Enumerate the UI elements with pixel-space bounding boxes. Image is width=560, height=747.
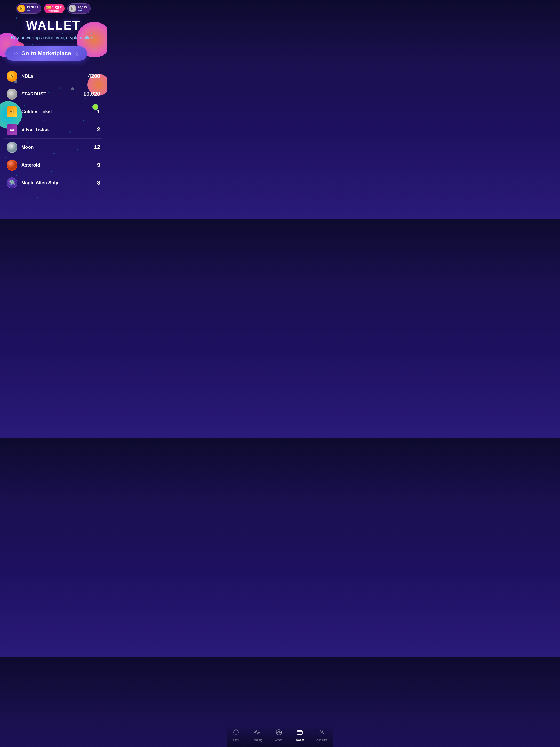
wallet-item-moon: Moon12	[4, 138, 102, 156]
ticket-icon-2: 🎟	[55, 5, 59, 10]
nbl-token-badge[interactable]: N 12.3239 NBL	[16, 3, 41, 14]
wallet-item-alien-ship: 🛸Magic Alien Ship8	[4, 174, 102, 192]
wallet-item-nbl: NNBLs4200	[4, 68, 102, 85]
tickets-label: TICKETS	[48, 10, 59, 12]
ticket-count: 🎫 1 🎟 2	[46, 5, 61, 10]
golden-ticket-value: 1	[97, 108, 100, 115]
moon-value: 12	[94, 144, 100, 150]
svg-point-7	[7, 143, 17, 152]
nbt-icon: N	[69, 5, 76, 12]
silver-ticket-value: 2	[97, 126, 100, 133]
alien-ship-value: 8	[97, 180, 100, 186]
nbt-info: 20,129 NBT	[78, 6, 88, 11]
page-subtitle: Buy power-ups using your crypto wallets.	[0, 34, 107, 42]
wallet-item-stardust: STARDUST10.020	[4, 85, 102, 103]
wallet-item-silver-ticket: 🎟Silver Ticket2	[4, 121, 102, 138]
ticket-value-1: 1	[52, 5, 54, 9]
star-icon-right: ☆	[74, 50, 79, 57]
silver-ticket-icon: 🎟	[6, 124, 18, 135]
ticket-value-2: 2	[60, 5, 62, 9]
svg-text:🎫: 🎫	[10, 110, 15, 114]
moon-name: Moon	[21, 145, 90, 150]
asteroid-value: 9	[97, 162, 100, 168]
alien-ship-name: Magic Alien Ship	[21, 180, 93, 186]
silver-ticket-name: Silver Ticket	[21, 127, 93, 132]
asteroid-name: Asteroid	[21, 162, 93, 168]
star-icon-left: ☆	[14, 50, 19, 57]
nbl-name: NBLs	[21, 74, 84, 79]
svg-text:N: N	[10, 74, 14, 78]
svg-point-8	[9, 146, 11, 147]
golden-ticket-name: Golden Ticket	[21, 109, 93, 114]
stardust-name: STARDUST	[21, 91, 80, 97]
golden-ticket-icon: 🎫	[6, 106, 18, 117]
nbt-value: 20,129	[78, 6, 88, 9]
moon-icon	[6, 142, 18, 153]
tickets-badge[interactable]: 🎫 1 🎟 2 TICKETS	[44, 4, 64, 14]
stardust-value: 10.020	[83, 91, 100, 97]
wallet-item-golden-ticket: 🎫Golden Ticket1	[4, 103, 102, 121]
svg-point-2	[7, 89, 17, 99]
nbl-value: 12.3239	[27, 6, 38, 9]
svg-point-10	[7, 160, 17, 170]
svg-point-9	[12, 147, 14, 149]
marketplace-button[interactable]: ☆ Go to Marketplace ☆	[5, 47, 87, 61]
alien-ship-icon: 🛸	[6, 177, 18, 188]
asteroid-icon	[6, 160, 18, 171]
wallet-item-asteroid: Asteroid9	[4, 156, 102, 174]
nbl-info: 12.3239 NBL	[27, 6, 38, 11]
marketplace-button-label: Go to Marketplace	[21, 50, 71, 57]
nbt-token-badge[interactable]: N 20,129 NBT	[67, 3, 91, 14]
nbl-icon: N	[6, 71, 18, 82]
ticket-icon-1: 🎫	[46, 5, 51, 10]
nbl-value: 4200	[88, 73, 100, 79]
nbl-label: NBL	[27, 9, 31, 11]
page-title: WALLET	[0, 19, 107, 32]
wallet-list: NNBLs4200STARDUST10.020🎫Golden Ticket1🎟S…	[4, 68, 102, 192]
nbl-icon: N	[18, 5, 25, 12]
nbt-label: NBT	[78, 9, 82, 11]
svg-text:🛸: 🛸	[9, 180, 15, 186]
svg-text:🎟: 🎟	[10, 127, 14, 132]
stardust-icon	[6, 88, 18, 100]
tickets-info: 🎫 1 🎟 2 TICKETS	[46, 5, 61, 12]
header-bar: N 12.3239 NBL 🎫 1 🎟 2 TICKETS N 20,129 N…	[0, 0, 107, 16]
